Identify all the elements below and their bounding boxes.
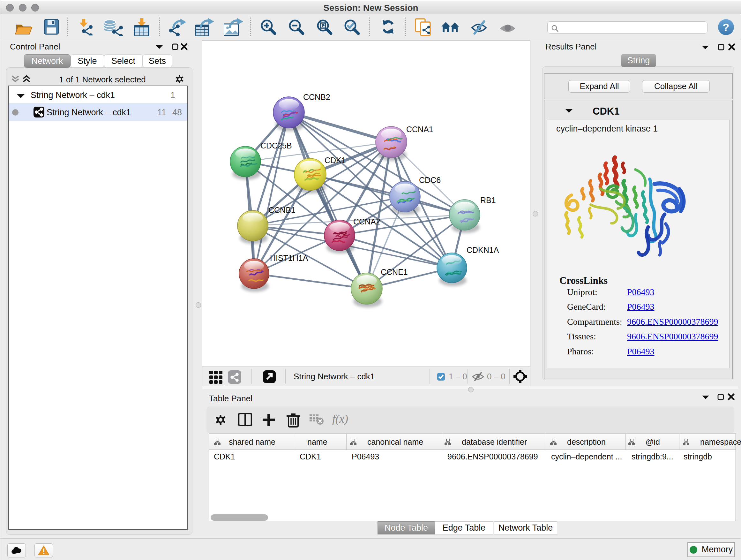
svg-text:CCNB1: CCNB1 <box>268 206 295 214</box>
svg-text:CCNE1: CCNE1 <box>381 267 408 276</box>
svg-text:CDK1: CDK1 <box>325 156 346 165</box>
svg-text:CCNB2: CCNB2 <box>303 92 330 102</box>
svg-text:RB1: RB1 <box>480 196 496 205</box>
svg-text:HIST1H1A: HIST1H1A <box>270 253 308 262</box>
svg-text:CDC6: CDC6 <box>419 176 441 185</box>
svg-text:CCNA2: CCNA2 <box>353 217 381 226</box>
svg-text:CCNA1: CCNA1 <box>406 125 433 134</box>
svg-text:CDC25B: CDC25B <box>260 141 292 150</box>
svg-text:CDKN1A: CDKN1A <box>467 246 499 254</box>
